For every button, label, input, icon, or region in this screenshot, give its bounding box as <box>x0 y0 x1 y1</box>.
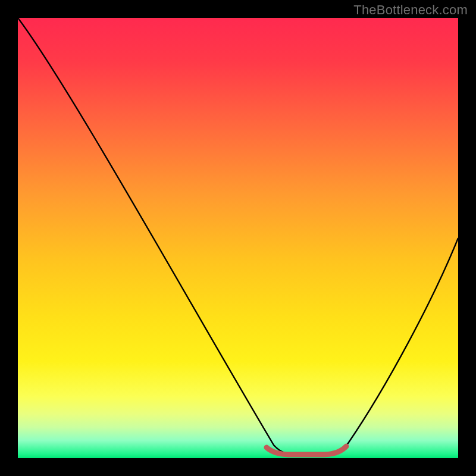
plot-area <box>18 18 458 458</box>
chart-frame: TheBottleneck.com <box>0 0 476 476</box>
watermark-text: TheBottleneck.com <box>353 2 468 18</box>
severity-gradient <box>18 18 458 458</box>
